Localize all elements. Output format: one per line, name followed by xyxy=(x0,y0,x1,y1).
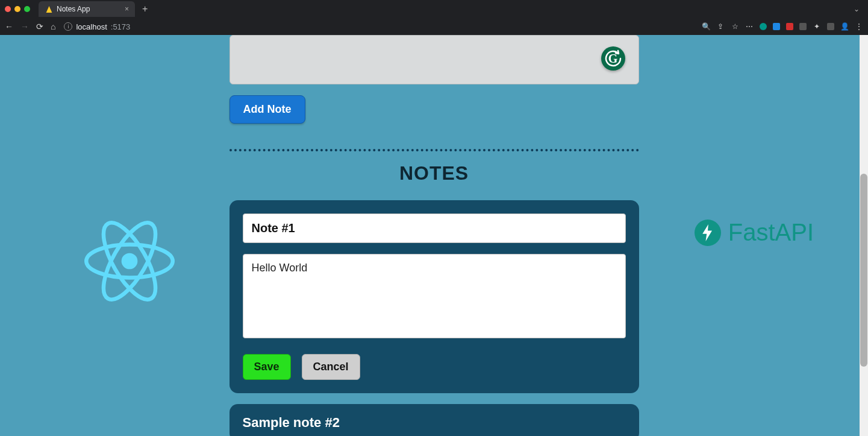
fastapi-bolt-icon xyxy=(695,220,721,246)
reload-button[interactable]: ⟳ xyxy=(36,22,43,31)
toolbar-right: 🔍 ⇪ ☆ ⋯ ✦ 👤 ⋮ xyxy=(702,22,863,31)
address-bar-row: ← → ⟳ ⌂ i localhost:5173 🔍 ⇪ ☆ ⋯ ✦ 👤 ⋮ xyxy=(0,18,868,35)
section-divider xyxy=(229,149,639,151)
new-note-textarea[interactable]: G xyxy=(229,35,639,84)
home-button[interactable]: ⌂ xyxy=(51,22,55,31)
minimize-window-icon[interactable] xyxy=(14,6,20,12)
fastapi-logo: FastAPI xyxy=(695,219,814,246)
note-edit-card: Hello World Save Cancel xyxy=(229,200,639,393)
note-2-title: Sample note #2 xyxy=(243,415,626,431)
note-card-2[interactable]: Sample note #2 xyxy=(229,404,639,436)
bookmark-icon[interactable]: ☆ xyxy=(731,22,739,31)
extension-icon-1[interactable] xyxy=(760,23,767,30)
kebab-menu-icon[interactable]: ⋮ xyxy=(855,22,863,31)
grammarly-icon[interactable]: G xyxy=(601,46,625,71)
close-window-icon[interactable] xyxy=(5,6,11,12)
save-button[interactable]: Save xyxy=(243,354,291,380)
chevron-down-icon[interactable]: ⌄ xyxy=(854,5,868,13)
search-icon[interactable]: 🔍 xyxy=(702,22,710,31)
add-note-button[interactable]: Add Note xyxy=(229,95,305,124)
nav-controls: ← → ⟳ ⌂ xyxy=(5,22,55,31)
scrollbar-track[interactable] xyxy=(860,35,868,436)
forward-button[interactable]: → xyxy=(20,22,29,31)
extension-icon-3[interactable] xyxy=(786,23,793,30)
url-host: localhost xyxy=(76,22,107,31)
tab-title: Notes App xyxy=(57,5,90,13)
cancel-button[interactable]: Cancel xyxy=(302,354,360,380)
notes-heading: NOTES xyxy=(229,162,639,185)
url-display[interactable]: i localhost:5173 xyxy=(64,22,130,31)
extensions-puzzle-icon[interactable]: ✦ xyxy=(813,22,821,31)
new-tab-button[interactable]: + xyxy=(137,4,152,14)
react-logo-icon xyxy=(84,216,175,306)
tab-strip: Notes App × + ⌄ xyxy=(0,0,868,18)
extension-dots-icon[interactable]: ⋯ xyxy=(745,22,754,31)
extension-icon-2[interactable] xyxy=(773,23,780,30)
main-column: G Add Note NOTES Hello World Save Cancel… xyxy=(229,35,639,436)
tab-close-icon[interactable]: × xyxy=(125,5,129,13)
share-icon[interactable]: ⇪ xyxy=(716,22,725,31)
svg-point-0 xyxy=(122,253,138,270)
window-controls[interactable] xyxy=(5,6,30,12)
note-card-buttons: Save Cancel xyxy=(243,354,626,380)
profile-avatar-icon[interactable]: 👤 xyxy=(840,22,849,31)
browser-chrome: Notes App × + ⌄ ← → ⟳ ⌂ i localhost:5173… xyxy=(0,0,868,35)
extension-icon-5[interactable] xyxy=(827,23,834,30)
maximize-window-icon[interactable] xyxy=(24,6,30,12)
site-info-icon[interactable]: i xyxy=(64,22,72,31)
url-port: :5173 xyxy=(111,22,131,31)
note-body-input[interactable]: Hello World xyxy=(243,254,626,338)
back-button[interactable]: ← xyxy=(5,22,13,31)
scrollbar-thumb[interactable] xyxy=(860,174,867,367)
extension-icon-4[interactable] xyxy=(799,23,807,30)
browser-tab[interactable]: Notes App × xyxy=(39,1,135,17)
favicon-icon xyxy=(45,5,53,13)
page-viewport: FastAPI G Add Note NOTES Hello World Sav… xyxy=(0,35,868,436)
fastapi-label: FastAPI xyxy=(728,219,814,246)
note-title-input[interactable] xyxy=(243,213,626,243)
